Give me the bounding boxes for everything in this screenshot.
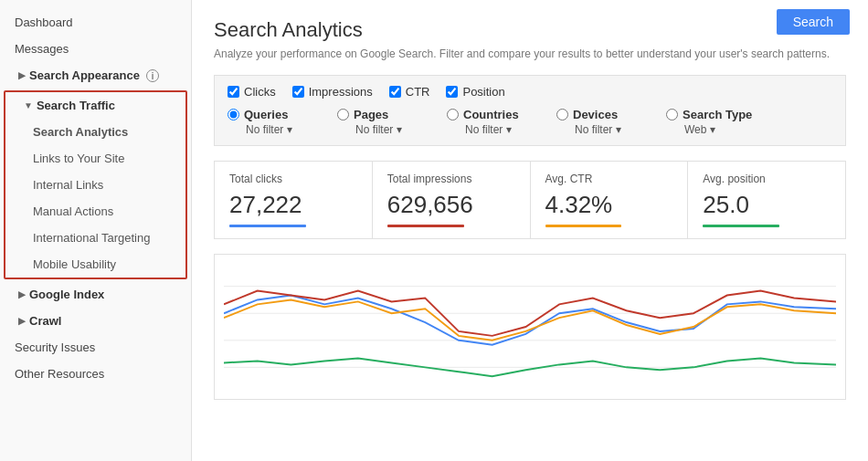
sidebar: Dashboard Messages ▶ Search Appearance i… [0, 0, 192, 461]
checkbox-position[interactable]: Position [446, 85, 504, 99]
radio-search-type[interactable]: Search Type [666, 108, 752, 121]
metric-impressions-bar [387, 225, 464, 227]
metric-clicks-bar [229, 225, 306, 227]
metric-position-label: Avg. position [703, 173, 831, 185]
sidebar-item-search-traffic[interactable]: ▼ Search Traffic [5, 92, 185, 119]
sidebar-item-google-index[interactable]: ▶ Google Index [0, 281, 191, 308]
radio-queries[interactable]: Queries [228, 108, 310, 121]
sidebar-item-links-to-your-site[interactable]: Links to Your Site [5, 145, 185, 172]
dim-countries: Countries No filter [447, 108, 529, 136]
dim-pages: Pages No filter [337, 108, 419, 136]
checkbox-clicks[interactable]: Clicks [228, 85, 276, 99]
search-button[interactable]: Search [777, 9, 850, 35]
radio-queries-input[interactable] [228, 109, 239, 120]
sidebar-item-mobile-usability[interactable]: Mobile Usability [5, 251, 185, 278]
sidebar-item-crawl[interactable]: ▶ Crawl [0, 308, 191, 334]
metric-ctr-value: 4.32% [545, 191, 673, 219]
pages-filter[interactable]: No filter [355, 123, 419, 136]
checkbox-clicks-input[interactable] [228, 86, 239, 98]
metric-ctr-bar [545, 225, 622, 227]
queries-filter[interactable]: No filter [246, 123, 310, 136]
checkbox-impressions-input[interactable] [292, 86, 304, 98]
search-type-filter[interactable]: Web [684, 123, 752, 136]
line-chart [224, 264, 836, 390]
info-icon: i [146, 69, 159, 82]
collapse-icon: ▶ [18, 70, 26, 80]
dim-search-type: Search Type Web [666, 108, 752, 136]
dim-devices: Devices No filter [556, 108, 639, 136]
sidebar-item-security-issues[interactable]: Security Issues [0, 334, 191, 361]
filters-bar: Clicks Impressions CTR Position Queries [214, 75, 846, 146]
devices-filter[interactable]: No filter [575, 123, 639, 136]
chart-container [214, 254, 846, 400]
metric-clicks-label: Total clicks [229, 173, 357, 185]
sidebar-item-dashboard[interactable]: Dashboard [0, 9, 191, 36]
checkbox-ctr-input[interactable] [389, 86, 401, 98]
collapse-icon-traffic: ▼ [24, 100, 33, 110]
metric-total-clicks: Total clicks 27,222 [215, 162, 373, 238]
metric-avg-ctr: Avg. CTR 4.32% [531, 162, 689, 238]
checkbox-ctr[interactable]: CTR [389, 85, 430, 99]
sidebar-item-internal-links[interactable]: Internal Links [5, 172, 185, 198]
sidebar-item-search-analytics[interactable]: Search Analytics [5, 119, 185, 145]
dimension-row: Queries No filter Pages No filter Countr… [228, 108, 832, 136]
metric-position-bar [703, 225, 779, 227]
metric-ctr-label: Avg. CTR [545, 173, 673, 185]
metric-position-value: 25.0 [703, 191, 831, 219]
main-content: Search Search Analytics Analyze your per… [192, 0, 868, 461]
sidebar-item-other-resources[interactable]: Other Resources [0, 361, 191, 387]
dim-queries: Queries No filter [228, 108, 310, 136]
page-title: Search Analytics [214, 18, 846, 42]
metric-clicks-value: 27,222 [229, 191, 357, 219]
sidebar-item-international-targeting[interactable]: International Targeting [5, 225, 185, 251]
radio-countries[interactable]: Countries [447, 108, 529, 121]
radio-devices-input[interactable] [556, 109, 568, 120]
radio-pages[interactable]: Pages [337, 108, 419, 121]
metric-impressions-value: 629,656 [387, 191, 515, 219]
checkbox-position-input[interactable] [446, 86, 458, 98]
radio-pages-input[interactable] [337, 109, 349, 120]
metric-avg-position: Avg. position 25.0 [688, 162, 845, 238]
sidebar-item-search-appearance[interactable]: ▶ Search Appearance i [0, 62, 191, 89]
collapse-icon-crawl: ▶ [18, 316, 26, 326]
collapse-icon-google-index: ▶ [18, 289, 26, 299]
checkbox-row: Clicks Impressions CTR Position [228, 85, 832, 99]
metric-impressions-label: Total impressions [387, 173, 515, 185]
sidebar-item-manual-actions[interactable]: Manual Actions [5, 198, 185, 225]
page-subtitle: Analyze your performance on Google Searc… [214, 47, 846, 60]
sidebar-item-messages[interactable]: Messages [0, 36, 191, 62]
checkbox-impressions[interactable]: Impressions [292, 85, 373, 99]
radio-devices[interactable]: Devices [556, 108, 639, 121]
metric-total-impressions: Total impressions 629,656 [373, 162, 531, 238]
radio-search-type-input[interactable] [666, 109, 678, 120]
countries-filter[interactable]: No filter [465, 123, 529, 136]
metrics-row: Total clicks 27,222 Total impressions 62… [214, 161, 846, 239]
radio-countries-input[interactable] [447, 109, 459, 120]
